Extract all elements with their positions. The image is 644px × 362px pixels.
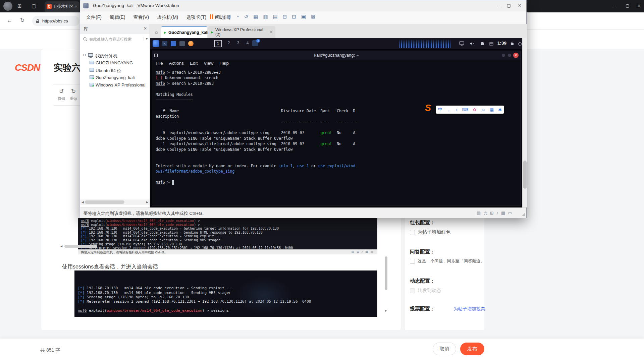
scrollbar-thumb[interactable] [523,161,527,189]
profile-avatar[interactable] [3,2,12,11]
sogou-emoji-icon[interactable]: ☺ [481,107,485,112]
network-status-icon[interactable]: ⊞ [357,250,359,253]
library-vm-guozhangyang[interactable]: GUOZHANGYANG [80,59,150,67]
vmware-titlebar[interactable]: GuoZhangyang_kali - VMware Workstation –… [80,0,526,11]
redpacket-checkbox[interactable] [410,230,415,235]
show-library-icon[interactable]: ▥ [263,14,268,20]
editor-scrollbar-thumb[interactable] [385,256,387,290]
csdn-logo[interactable]: CSDN [15,62,40,73]
lock-screen-icon[interactable] [510,41,514,47]
sogou-input-toolbar[interactable]: 中，♪⌨✿☺▦✱ [436,106,504,114]
scroll-left-icon[interactable]: ◀ [82,200,84,204]
show-thumbnail-bar-icon[interactable]: ▤ [273,14,278,20]
search-dropdown-icon[interactable]: ▾ [144,37,148,41]
usb-status-icon[interactable]: ▦ [365,250,368,253]
sound-status-icon[interactable]: ♪ [496,210,499,216]
menu-edit[interactable]: 编辑(E) [110,14,125,20]
refresh-icon[interactable]: ↻ [20,17,24,23]
undo-button[interactable]: ↺ 撤销 [56,88,67,101]
hscroll-left-icon[interactable]: ◀ [60,245,62,248]
snapshot-take-icon[interactable]: ◔ [236,14,239,20]
menu-tabs[interactable]: 选项卡(T) [186,14,206,20]
post-paragraph[interactable]: 使用sessions查看会话，并进入当前会话 [62,263,158,270]
sogou-settings-icon[interactable]: ✱ [498,107,502,112]
chevron-down-icon[interactable]: ▾ [215,15,217,18]
sound-status-icon[interactable]: ♪ [361,250,363,253]
files-launcher-icon[interactable] [171,41,176,46]
notifications-tray-icon[interactable] [480,41,485,47]
menu-actions[interactable]: Actions [169,61,184,66]
tab-windows-xp[interactable]: ▶ Windows XP Professional (2) ✕ [208,26,275,38]
library-close-icon[interactable]: ✕ [144,26,147,31]
appliance-view-icon[interactable]: ⊡ [292,14,296,20]
terminal-output[interactable]: msf6 > sreach E-2010-2883◆◆3[-] Unknown … [156,70,519,204]
vm-console[interactable]: >_ 1 2 3 4 2 1:39 [150,38,522,207]
workspace-3[interactable]: 3 [234,41,242,45]
vm-view-scrollbar[interactable] [522,38,527,207]
workspace-1[interactable]: 1 [214,40,222,47]
display-tray-icon[interactable] [459,41,464,47]
terminal-close-button[interactable]: ✕ [513,53,519,58]
qa-option[interactable]: 这是一个问题，同步至「问答频道」 [410,258,485,264]
sogou-logo-icon[interactable]: S [425,103,431,113]
publish-button[interactable]: 发布 [460,343,484,355]
sogou-skin-icon[interactable]: ✿ [473,107,476,112]
redo-button[interactable]: ↻ 重做 [68,88,79,101]
ctrl-alt-del-icon[interactable]: ⊞ [227,14,231,20]
clock[interactable]: 1:39 [497,41,506,46]
library-search[interactable]: 在此处键入内容进行搜索 ▾ [80,34,150,44]
library-vm-winxp[interactable]: Windows XP Professional [80,81,150,89]
sogou-keyboard-icon[interactable]: ⌨ [462,107,469,112]
network-status-icon[interactable]: ⊞ [490,210,494,216]
terminal-maximize-button[interactable] [508,54,511,57]
summary-view-icon[interactable]: ⊟ [283,14,287,20]
cd-status-icon[interactable]: ◎ [483,210,487,216]
vmware-maximize-button[interactable]: ▢ [507,3,511,8]
menu-file[interactable]: 文件(F) [86,14,102,20]
menu-file[interactable]: File [156,61,163,66]
sogou-toolbox-icon[interactable]: ▦ [490,107,494,112]
scroll-down-icon[interactable]: ▼ [384,309,387,313]
display-status-icon[interactable]: ▭ [370,250,373,253]
hdd-status-icon[interactable]: ▤ [351,250,354,253]
menu-view[interactable]: View [204,61,213,66]
terminal-launcher-icon[interactable]: >_ [162,41,167,46]
browser-maximize-button[interactable]: ▢ [626,3,629,8]
scrollbar-thumb[interactable] [85,200,124,204]
kali-menu-icon[interactable] [153,40,159,47]
browser-close-button[interactable]: ✕ [637,3,641,8]
menu-help[interactable]: Help [219,61,229,66]
snapshot-manager-icon[interactable]: ▦ [253,14,258,20]
workspace-2[interactable]: 2 [225,41,232,45]
library-hscrollbar[interactable]: ◀ ▶ [80,199,150,205]
resize-grip-icon[interactable]: ◢ [522,212,525,217]
library-tree-root[interactable]: ⊟ 我的计算机 [80,52,150,59]
qa-checkbox[interactable] [410,259,415,264]
fullscreen-icon[interactable]: ⊠ [311,14,315,20]
power-icon[interactable] [518,41,522,47]
snapshot-revert-icon[interactable]: ↺ [244,14,249,20]
collapse-icon[interactable]: ⊟ [83,53,86,57]
folder-launcher-icon[interactable] [179,41,185,46]
sogou-punct-icon[interactable]: ， [447,107,451,113]
workspaces-icon[interactable]: ⊞ [17,3,22,9]
library-vm-kali[interactable]: GuoZhangyang_kali [80,74,150,81]
open-windows-icon[interactable]: 2 [252,40,258,46]
tab-close-icon[interactable]: ✕ [270,30,273,34]
redpacket-option[interactable]: 为帖子增加红包 [410,229,450,235]
terminal-minimize-button[interactable] [502,54,505,57]
tab-close-icon[interactable]: ✕ [75,5,77,8]
cancel-button[interactable]: 取消 [433,343,456,355]
scroll-right-icon[interactable]: ▶ [146,200,148,204]
kali-terminal-window[interactable]: kali@guozhangyang: ~ ✕ File Actions Edit… [152,51,521,205]
menu-vm[interactable]: 虚拟机(M) [157,14,178,20]
sogou-lang-icon[interactable]: 中 [438,107,442,113]
hdd-status-icon[interactable]: ▤ [477,210,481,216]
browser-tab-csdn[interactable]: C IT技术社区 ✕ [45,1,79,12]
horizontal-scrollbar-thumb[interactable] [64,245,97,248]
back-icon[interactable]: ← [7,17,12,24]
address-bar[interactable]: https://bbs.cs [32,16,79,26]
tab-search-icon[interactable]: ▢ [32,3,36,9]
tab-guozhangyang-kali[interactable]: ▶ GuoZhangyang_kali ✕ [161,26,207,38]
vmware-minimize-button[interactable]: – [498,3,500,8]
